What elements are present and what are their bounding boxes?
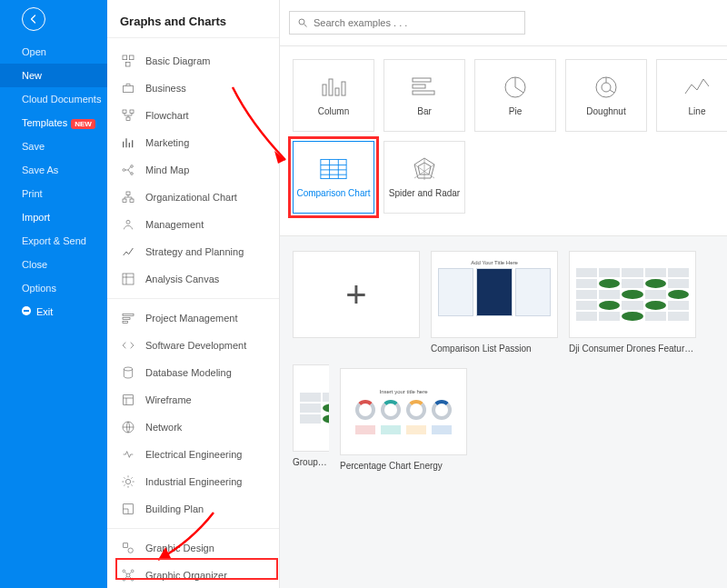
category-label: Wireframe — [145, 394, 192, 405]
back-button[interactable] — [22, 7, 45, 31]
svg-rect-14 — [123, 274, 134, 284]
svg-rect-4 — [123, 110, 126, 113]
category-label: Strategy and Planning — [145, 246, 244, 257]
chart-type-doughnut[interactable]: Doughnut — [565, 59, 647, 132]
chart-type-column[interactable]: Column — [293, 59, 374, 132]
category-graphic-design[interactable]: Graphic Design — [107, 534, 279, 562]
menu-label: Save As — [22, 164, 58, 175]
menu-label: Save — [22, 141, 45, 152]
category-organizational-chart[interactable]: Organizational Chart — [107, 184, 279, 211]
left-menu-templates[interactable]: TemplatesNEW — [0, 111, 107, 135]
svg-rect-16 — [123, 317, 130, 319]
svg-rect-10 — [126, 192, 130, 194]
left-menu-open[interactable]: Open — [0, 40, 107, 64]
svg-point-9 — [131, 173, 134, 175]
svg-rect-1 — [129, 55, 134, 60]
category-electrical-engineering[interactable]: Electrical Engineering — [107, 441, 279, 468]
svg-rect-3 — [124, 85, 134, 92]
left-menu-options[interactable]: Options — [0, 276, 107, 300]
category-icon — [120, 310, 136, 326]
svg-rect-2 — [125, 62, 130, 66]
svg-point-32 — [299, 19, 304, 25]
chart-type-label: Comparison Chart — [296, 188, 370, 198]
template-dji-drones[interactable]: Dji Consumer Drones Features C... — [569, 251, 696, 354]
left-menu-cloud-documents[interactable]: Cloud Documents — [0, 87, 107, 111]
category-label: Graphic Organizer — [145, 570, 227, 581]
category-icon — [120, 540, 136, 556]
category-label: Software Development — [145, 340, 246, 351]
category-network[interactable]: Network — [107, 414, 279, 441]
exit-icon — [22, 306, 31, 315]
menu-label: Templates — [22, 117, 67, 128]
category-analysis-canvas[interactable]: Analysis Canvas — [107, 265, 279, 293]
left-menu-new[interactable]: New — [0, 64, 107, 87]
svg-rect-11 — [123, 199, 126, 202]
chart-type-label: Spider and Radar — [389, 188, 460, 198]
thumb-comparison-list: Add Your Title Here — [431, 251, 558, 338]
template-group-invest[interactable]: Group Invest — [293, 364, 329, 471]
category-mind-map[interactable]: Mind Map — [107, 156, 279, 184]
svg-rect-37 — [342, 82, 345, 95]
left-menu-save-as[interactable]: Save As — [0, 158, 107, 182]
chart-type-bar[interactable]: Bar — [383, 59, 465, 132]
search-input[interactable] — [314, 17, 517, 28]
left-menu-export-send[interactable]: Export & Send — [0, 229, 107, 253]
column-icon — [320, 75, 347, 99]
category-icon — [120, 162, 136, 178]
svg-point-29 — [131, 578, 134, 581]
category-flowchart[interactable]: Flowchart — [107, 102, 279, 129]
search-icon — [297, 17, 308, 28]
left-menu-close[interactable]: Close — [0, 253, 107, 276]
left-menu-print[interactable]: Print — [0, 182, 107, 205]
pie-icon — [502, 75, 529, 99]
svg-rect-6 — [126, 117, 130, 120]
category-project-management[interactable]: Project Management — [107, 304, 279, 332]
category-industrial-engineering[interactable]: Industrial Engineering — [107, 468, 279, 495]
chart-type-comparison[interactable]: Comparison Chart — [293, 141, 374, 214]
template-percentage-energy[interactable]: Insert your title here Percentage Chart … — [340, 368, 467, 471]
chart-type-spider[interactable]: Spider and Radar — [383, 141, 465, 214]
category-business[interactable]: Business — [107, 75, 279, 102]
category-icon — [120, 107, 136, 124]
arrow-left-icon — [28, 14, 39, 25]
chart-type-pie[interactable]: Pie — [474, 59, 556, 132]
template-grid: + Add Your Title Here Comparison List Pa… — [280, 236, 727, 485]
chart-type-line[interactable]: Line — [656, 59, 727, 132]
category-label: Business — [145, 83, 186, 94]
category-management[interactable]: Management — [107, 211, 279, 238]
category-label: Project Management — [145, 313, 238, 324]
template-new-blank[interactable]: + — [293, 251, 420, 354]
svg-rect-0 — [123, 55, 127, 60]
template-label: Dji Consumer Drones Features C... — [569, 344, 696, 354]
category-strategy-and-planning[interactable]: Strategy and Planning — [107, 238, 279, 265]
search-box[interactable] — [289, 11, 525, 35]
svg-rect-40 — [413, 91, 434, 95]
category-label: Network — [145, 422, 182, 433]
category-icon — [120, 501, 136, 517]
category-icon — [120, 337, 136, 354]
thumb-percentage-energy: Insert your title here — [340, 368, 467, 455]
category-basic-diagram[interactable]: Basic Diagram — [107, 47, 279, 75]
category-building-plan[interactable]: Building Plan — [107, 495, 279, 523]
new-badge: NEW — [71, 119, 95, 129]
category-database-modeling[interactable]: Database Modeling — [107, 359, 279, 386]
category-label: Electrical Engineering — [145, 449, 242, 460]
template-comparison-list-passion[interactable]: Add Your Title Here Comparison List Pass… — [431, 251, 558, 354]
category-label: Flowchart — [145, 110, 189, 121]
left-menu-save[interactable]: Save — [0, 135, 107, 158]
category-graphic-organizer[interactable]: Graphic Organizer — [107, 562, 279, 588]
svg-rect-34 — [323, 85, 326, 95]
category-icon — [120, 473, 136, 490]
left-menu-import[interactable]: Import — [0, 205, 107, 229]
left-menu-exit[interactable]: Exit — [0, 300, 107, 324]
main-area: ColumnBarPieDoughnutLineComparison Chart… — [280, 0, 727, 588]
category-marketing[interactable]: Marketing — [107, 129, 279, 156]
category-wireframe[interactable]: Wireframe — [107, 386, 279, 414]
category-software-development[interactable]: Software Development — [107, 332, 279, 359]
svg-point-13 — [126, 220, 130, 224]
chart-type-label: Line — [689, 106, 706, 116]
thumb-group-invest — [293, 364, 329, 452]
svg-rect-44 — [321, 159, 346, 178]
svg-rect-23 — [124, 543, 128, 548]
svg-rect-15 — [123, 314, 134, 315]
